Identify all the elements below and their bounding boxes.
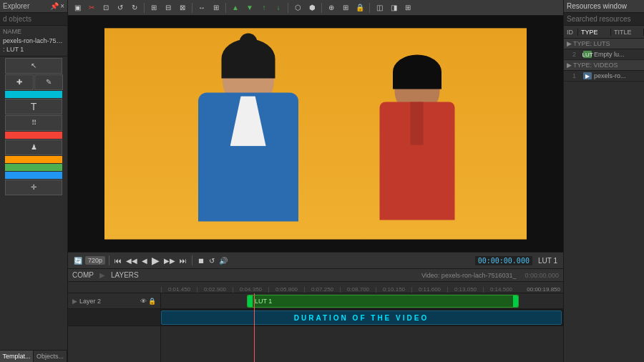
layer2-name: Layer 2 [79,298,101,305]
resources-search-input[interactable] [564,13,644,26]
video-clip[interactable]: DURATION OF THE VIDEO [161,310,562,325]
motion-tool[interactable] [5,172,62,179]
loop-btn[interactable]: 🔄 [72,256,84,265]
video-item-1[interactable]: 1 ▶ pexels-ro... [564,71,644,82]
back-btn[interactable]: ◀ [140,256,149,265]
lut-clip[interactable]: LUT 1 [247,295,519,308]
timecode-start: 0:00:00.000 [525,272,559,279]
toolbar-snap[interactable]: ⊕ [325,1,338,14]
arrow-tool[interactable]: ↖ [5,58,62,74]
type-luts-header: ▶ TYPE: LUTS [564,39,644,49]
playhead [254,293,255,362]
cyan-indicator [5,91,62,98]
luts-arrow[interactable]: ▶ [567,40,572,47]
video-bg [104,29,527,240]
step-fwd-btn[interactable]: ⏭ [178,256,188,265]
videos-arrow[interactable]: ▶ [567,62,572,69]
toolbar-group1[interactable]: ⊞ [147,1,160,14]
tab-objects[interactable]: Objects... [34,351,67,362]
sep5 [321,3,322,13]
tab-templates[interactable]: Templat... [0,351,34,362]
explorer-info: NAME pexels-ron-lach-7516031_ : LUT 1 [0,26,67,57]
lut-track-row: LUT 1 [161,293,563,309]
mark-3: 0:05.800 [268,287,304,293]
ctrl-sep2 [192,255,192,265]
end-timecode: 00:00:19.850 [527,286,560,293]
explorer-title: Explorer [3,2,29,10]
lut-clip-right-handle[interactable] [513,295,518,307]
lut-label-btn[interactable]: LUT 1 [537,256,559,265]
col-type[interactable]: TYPE [578,29,611,36]
toolbar-group2[interactable]: ⊟ [162,1,175,14]
toolbar-resize1[interactable]: ◫ [373,1,386,14]
move-tool[interactable]: ✚ [5,74,34,90]
track-label-video [68,309,160,326]
red-tool[interactable] [5,132,62,139]
loop-region-btn[interactable]: ↺ [208,256,216,265]
fwd-btn[interactable]: ▶▶ [162,256,177,265]
toolbar-import[interactable]: ⬢ [306,1,318,14]
eye-icon[interactable]: 👁 [140,298,147,305]
toolbar-select[interactable]: ▣ [71,1,84,14]
playback-left: 🔄 720p [72,256,105,265]
toolbar-arrow-down[interactable]: ▼ [243,1,256,14]
mark-1: 0:02.900 [197,287,233,293]
ctrl-sep1 [109,255,109,265]
sep3 [225,3,226,13]
explorer-search[interactable] [0,13,67,26]
track-content: LUT 1 DURATION OF THE VIDEO [161,293,563,362]
toolbar-grid[interactable]: ⊞ [339,1,352,14]
toolbar-copy[interactable]: ⊡ [99,1,112,14]
layers-label: LAYERS [111,271,139,279]
lut-type-icon: LUT [583,51,592,58]
toolbar-align[interactable]: ↔ [195,1,208,14]
volume-btn[interactable]: 🔊 [218,256,229,265]
lut-label: : LUT 1 [3,45,64,54]
video-filename: Video: pexels-ron-lach-7516031_ [421,272,516,279]
body-right [379,102,454,220]
track-icons: 👁 🔒 [140,298,156,305]
lut-clip-left-handle[interactable] [248,295,253,307]
step-back-btn[interactable]: ⏮ [113,256,123,265]
text-tool[interactable]: T [5,99,62,114]
grid-tool[interactable]: ⠿ [5,115,62,131]
play-btn[interactable]: ▶ [150,254,161,267]
pin-btn[interactable]: 📌 [50,2,59,10]
transform-tool[interactable]: ✛ [5,180,62,195]
mark-4: 0:07.250 [304,287,340,293]
mark-8: 0:13.050 [447,287,483,293]
video-preview [68,16,563,252]
stop-btn[interactable]: ⏹ [196,256,206,265]
resolution-badge[interactable]: 720p [85,256,105,265]
mark-9: 0:14.500 [483,287,519,293]
toolbar-arrow-up[interactable]: ▲ [229,1,242,14]
edit-tool[interactable]: ✎ [34,74,63,90]
lut-item-1[interactable]: 2 LUT Empty lu... [564,49,644,60]
toolbar-group3[interactable]: ⊠ [176,1,189,14]
lut-id: 2 [572,51,581,58]
left-tabs: Templat... Objects... [0,350,67,362]
toolbar-undo[interactable]: ↺ [114,1,127,14]
prev-frame-btn[interactable]: ◀◀ [125,256,139,265]
toolbar-lock[interactable]: 🔒 [353,1,366,14]
effect-tool[interactable] [5,164,62,171]
close-btn[interactable]: × [60,2,64,10]
toolbar-arrow3[interactable]: ↓ [272,1,285,14]
toolbar-resize3[interactable]: ⊞ [401,1,414,14]
lock-icon[interactable]: 🔒 [148,298,156,305]
toolbar-redo[interactable]: ↻ [128,1,141,14]
timecode-display: 00:00:00.000 [475,256,532,265]
item-name: pexels-ron-lach-7516031_ [3,36,64,46]
col-title[interactable]: TITLE [611,29,644,36]
explorer-panel: Explorer 📌 × NAME pexels-ron-lach-751603… [0,0,68,362]
toolbar-resize2[interactable]: ◨ [387,1,400,14]
toolbar-distribute[interactable]: ⊞ [210,1,223,14]
transport-section: ⏮ ◀◀ ◀ ▶ ▶▶ ⏭ [113,254,188,267]
toolbar-arrow2[interactable]: ↑ [258,1,270,14]
audio-tool[interactable] [5,156,62,163]
sep1 [144,3,145,13]
timeline-ruler: 00:00:19.850 0:01.450 0:02.900 0:04.350 … [68,282,563,293]
toolbar-cut[interactable]: ✂ [85,1,98,14]
toolbar-export[interactable]: ⬡ [291,1,304,14]
person-tool[interactable]: ♟ [5,140,62,155]
